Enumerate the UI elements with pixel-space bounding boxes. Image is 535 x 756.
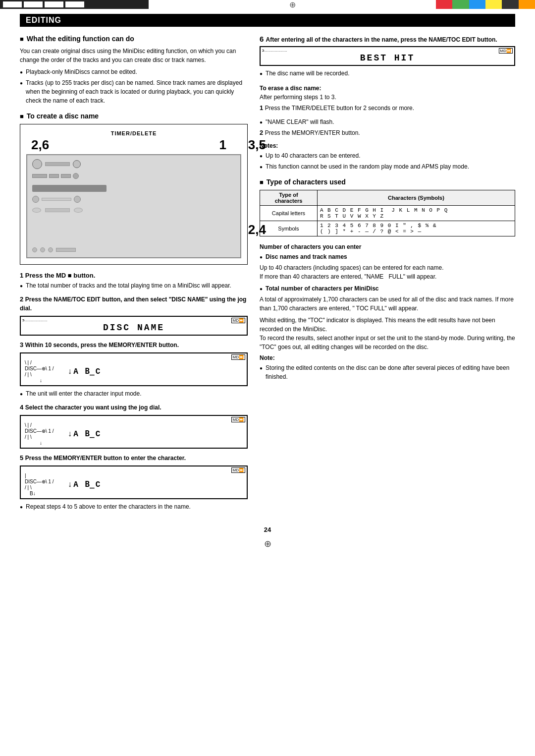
- final-note-text: Storing the edited contents on the disc …: [260, 363, 515, 381]
- col-type: Type ofcharacters: [260, 190, 318, 206]
- step-6: 6 After entering all of the characters i…: [260, 35, 515, 78]
- disc-slot: [32, 185, 107, 192]
- step-4-number: 4: [20, 404, 25, 411]
- chars-symbols: 1 2 3 4 5 6 7 8 9 0 I " , $ % & ( ) ] * …: [317, 221, 515, 236]
- total-chars-heading: Total number of characters per MiniDisc: [260, 284, 515, 293]
- disc-track-names-heading: Disc names and track names: [260, 252, 515, 261]
- editing-title: EDITING: [26, 16, 61, 24]
- step-6-label: 6 After entering all of the characters i…: [260, 35, 515, 43]
- left-column: What the editing function can do You can…: [20, 35, 248, 516]
- color-red: [436, 0, 452, 9]
- device-display-rect: [45, 162, 70, 166]
- step-4: 4 Select the character you want using th…: [20, 403, 248, 449]
- stripe-2: [24, 1, 43, 7]
- stripe-1: [3, 1, 22, 7]
- step-3-device-lcd: MD⏩ \ | / DISC—⊕\ 1 / / | \ ↓ ↓A B̲C: [20, 352, 248, 386]
- device-knob2: [73, 160, 81, 168]
- step-5-bold: Press the MEMORY/ENTER button to enter t…: [25, 455, 186, 462]
- step-5-detail: Repeat steps 4 to 5 above to enter the c…: [20, 502, 248, 511]
- erase-step-2-text: Press the MEMORY/ENTER button.: [265, 129, 360, 136]
- col-chars: Characters (Symbols): [317, 190, 515, 206]
- type-of-chars-heading: Type of characters used: [260, 178, 515, 186]
- erase-disc-name: To erase a disc name: After performing s…: [260, 85, 515, 171]
- color-blue: [469, 0, 485, 9]
- step-3-detail: The unit will enter the character input …: [20, 389, 248, 398]
- disc-name-heading: To create a disc name: [20, 112, 248, 120]
- row-capital: Capital letters A B C D E F G H I J K L …: [260, 206, 515, 221]
- erase-step-1-text: Press the TIMER/DELETE button for 2 seco…: [265, 105, 414, 112]
- bottom-cross-symbol: ⊕: [20, 538, 515, 549]
- final-note: Note: Storing the edited contents on the…: [260, 354, 515, 381]
- whilst-editing-text: Whilst editing, the "TOC" indicator is d…: [260, 316, 515, 351]
- bullet-playback: Playback-only MiniDiscs cannot be edited…: [20, 67, 248, 76]
- page-number: 24: [20, 526, 515, 533]
- diagram-timer-label: TIMER/DELETE: [26, 130, 241, 136]
- erase-notes: Notes: Up to 40 characters can be entere…: [260, 142, 515, 171]
- ctrl1: [32, 196, 39, 203]
- diagram-number-left: 2,6: [31, 138, 49, 151]
- stripe-3: [45, 1, 63, 7]
- erase-step-1-detail: "NAME CLEAR" will flash.: [260, 117, 515, 126]
- stripe-4: [65, 1, 84, 7]
- step-2-lcd: ↄ..................... MD⏩ DISC NAME: [20, 316, 248, 336]
- cross-top: ⊕: [149, 0, 436, 9]
- what-editing-body1: You can create original discs using the …: [20, 47, 248, 64]
- step-5: 5 Press the MEMORY/ENTER button to enter…: [20, 454, 248, 511]
- final-note-title: Note:: [260, 354, 515, 361]
- tape-bar: [45, 208, 70, 212]
- tape2: [74, 208, 83, 213]
- editing-header: EDITING: [20, 14, 515, 27]
- step-2: 2 Press the NAME/TOC EDIT button, and th…: [20, 295, 248, 336]
- ctrl2: [74, 196, 81, 203]
- step-1-number: 1: [20, 272, 25, 279]
- device-btn1: [32, 174, 47, 178]
- device-knob: [32, 159, 42, 169]
- what-editing-heading: What the editing function can do: [20, 35, 248, 43]
- bullet-tracks: Tracks (up to 255 tracks per disc) can b…: [20, 78, 248, 105]
- num-chars-section: Number of characters you can enter Disc …: [260, 243, 515, 381]
- diagram-number-right: 1: [219, 138, 226, 151]
- chars-table: Type ofcharacters Characters (Symbols) C…: [260, 190, 515, 236]
- top-bar: ⊕: [0, 0, 535, 9]
- step-1: 1 Press the MD ■ button. The total numbe…: [20, 272, 248, 290]
- device-btn3: [61, 174, 71, 178]
- type-symbols: Symbols: [260, 221, 318, 236]
- erase-step-1: 1 Press the TIMER/DELETE button for 2 se…: [260, 104, 515, 113]
- top-bar-center: ⊕: [149, 0, 436, 9]
- ctrl-bar: [42, 198, 71, 201]
- step-5-number: 5: [20, 454, 25, 462]
- chars-capital: A B C D E F G H I J K L M N O P Q R S T …: [317, 206, 515, 221]
- num-chars-heading: Number of characters you can enter: [260, 243, 515, 250]
- main-columns: What the editing function can do You can…: [20, 35, 515, 516]
- step-4-device-lcd: MD⏩ \ | / DISC—⊕\ 1 / / | \ ↓ ↓A B̲C: [20, 415, 248, 449]
- color-orange: [519, 0, 535, 9]
- note-2: This function cannot be used in the rand…: [260, 162, 515, 171]
- device-btn-round: [73, 173, 79, 179]
- tape1: [32, 208, 41, 213]
- step-2-bold: Press the NAME/TOC EDIT button, and then…: [20, 296, 246, 312]
- total-chars-text: A total of approximately 1,700 character…: [260, 295, 515, 313]
- step-2-number: 2: [20, 295, 25, 303]
- color-yellow: [485, 0, 502, 9]
- step-6-lcd: ↄ..................... MD⏩ BEST HIT: [260, 46, 515, 66]
- step-4-bold: Select the character you want using the …: [25, 404, 161, 411]
- note-1: Up to 40 characters can be entered.: [260, 151, 515, 160]
- row-symbols: Symbols 1 2 3 4 5 6 7 8 9 0 I " , $ % & …: [260, 221, 515, 236]
- notes-title: Notes:: [260, 142, 515, 149]
- color-green: [452, 0, 469, 9]
- page-content: EDITING What the editing function can do…: [20, 14, 515, 741]
- disc-name-diagram: TIMER/DELETE 2,6 1 3,5: [20, 124, 248, 265]
- step-1-detail: The total number of tracks and the total…: [20, 281, 248, 290]
- device-btn2: [49, 174, 59, 178]
- step-6-detail: The disc name will be recorded.: [260, 69, 515, 78]
- step-3: 3 Within 10 seconds, press the MEMORY/EN…: [20, 341, 248, 398]
- erase-step-2: 2 Press the MEMORY/ENTER button.: [260, 128, 515, 137]
- step-3-bold: Within 10 seconds, press the MEMORY/ENTE…: [25, 342, 179, 349]
- disc-track-text: Up to 40 characters (including spaces) c…: [260, 263, 515, 281]
- step-5-device-lcd: MD⏩ | DISC—⊕\ 1 / / | \ B↓ ↓A B̲C: [20, 465, 248, 499]
- erase-heading: To erase a disc name:: [260, 85, 515, 92]
- step-1-bold: Press the MD ■ button.: [25, 272, 95, 279]
- top-bar-left: [0, 0, 149, 9]
- right-column: 6 After entering all of the characters i…: [260, 35, 515, 516]
- step-6-bold: After entering all of the characters in …: [266, 36, 497, 43]
